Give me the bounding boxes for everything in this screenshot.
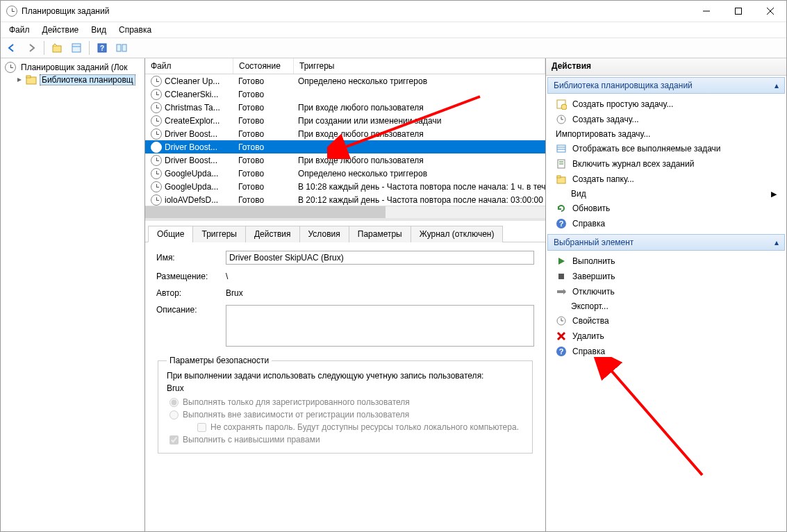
action-отображать-все-выполняемые-задачи[interactable]: Отображать все выполняемые задачи <box>547 141 785 156</box>
action-label: Включить журнал всех заданий <box>572 159 694 169</box>
check-highest-label: Выполнить с наивысшими правами <box>183 435 320 444</box>
action-label: Удалить <box>572 331 604 341</box>
author-label: Автор: <box>156 288 226 298</box>
menu-help[interactable]: Справка <box>113 24 157 36</box>
col-file[interactable]: Файл <box>145 58 233 74</box>
task-trigger: В 10:28 каждый день - Частота повтора по… <box>292 182 545 192</box>
collapse-icon: ▴ <box>774 81 779 90</box>
task-row[interactable]: Christmas Ta...ГотовоПри входе любого по… <box>145 101 545 114</box>
task-state: Готово <box>233 76 292 86</box>
action-отключить[interactable]: Отключить <box>547 284 785 299</box>
up-button[interactable] <box>49 40 65 56</box>
task-row[interactable]: Driver Boost...Готово <box>145 140 545 153</box>
svg-text:?: ? <box>559 219 564 228</box>
delete-icon <box>556 331 567 342</box>
task-trigger: Определено несколько триггеров <box>292 169 545 178</box>
close-button[interactable] <box>754 1 786 22</box>
task-name: ioloAVDefsD... <box>165 195 218 205</box>
tab-actions[interactable]: Действия <box>245 226 300 242</box>
col-state[interactable]: Состояние <box>233 58 294 74</box>
list-body[interactable]: CCleaner Up...ГотовоОпределено несколько… <box>145 74 545 206</box>
actions-section-selected[interactable]: Выбранный элемент ▴ <box>547 234 785 251</box>
security-fieldset: Параметры безопасности При выполнении за… <box>158 356 533 454</box>
action-вид[interactable]: Вид▶ <box>547 187 785 201</box>
task-icon <box>151 128 162 140</box>
refresh-icon <box>556 203 567 214</box>
props-icon <box>556 315 567 326</box>
description-field[interactable] <box>226 305 534 347</box>
tree-library-node[interactable]: Библиотека планировщ <box>2 74 143 86</box>
action-label: Завершить <box>572 272 615 281</box>
tabs: Общие Триггеры Действия Условия Параметр… <box>145 221 545 242</box>
action-импортировать-задачу-[interactable]: Импортировать задачу... <box>547 127 785 141</box>
menu-file[interactable]: Файл <box>3 24 35 36</box>
action-label: Экспорт... <box>571 301 608 311</box>
tree-pane: Планировщик заданий (Лок Библиотека план… <box>1 58 145 531</box>
name-field[interactable] <box>226 251 534 265</box>
submenu-arrow-icon: ▶ <box>771 190 777 199</box>
action-выполнить[interactable]: Выполнить <box>547 253 785 269</box>
action-завершить[interactable]: Завершить <box>547 269 785 284</box>
task-row[interactable]: CCleanerSki...Готово <box>145 88 545 101</box>
tree-root-label: Планировщик заданий (Лок <box>19 63 130 72</box>
horizontal-scrollbar[interactable] <box>145 206 545 218</box>
svg-text:?: ? <box>100 44 104 52</box>
app-icon <box>6 6 17 17</box>
task-trigger: При входе любого пользователя <box>292 103 545 113</box>
show-hide-button[interactable] <box>113 40 130 56</box>
tab-history[interactable]: Журнал (отключен) <box>411 226 504 242</box>
action-экспорт-[interactable]: Экспорт... <box>547 299 785 313</box>
menu-view[interactable]: Вид <box>85 24 112 36</box>
radio-any <box>169 410 179 419</box>
task-trigger: При входе любого пользователя <box>292 156 545 165</box>
properties-button[interactable] <box>68 40 85 56</box>
description-label: Описание: <box>156 305 226 315</box>
actions-library-list: Создать простую задачу...Создать задачу.… <box>546 95 786 233</box>
task-scheduler-window: Планировщик заданий Файл Действие Вид Сп… <box>0 0 787 532</box>
task-state: Готово <box>233 142 292 152</box>
action-удалить[interactable]: Удалить <box>547 329 785 344</box>
play-icon <box>556 256 567 267</box>
col-trigger[interactable]: Триггеры <box>294 58 545 74</box>
action-обновить[interactable]: Обновить <box>547 201 785 216</box>
list-header: Файл Состояние Триггеры <box>145 58 545 74</box>
window-controls <box>690 1 786 22</box>
menu-action[interactable]: Действие <box>37 24 85 36</box>
action-включить-журнал-всех-заданий[interactable]: Включить журнал всех заданий <box>547 156 785 172</box>
action-справка[interactable]: ?Справка <box>547 344 785 359</box>
task-row[interactable]: ioloAVDefsD...ГотовоВ 20:12 каждый день … <box>145 193 545 206</box>
svg-rect-1 <box>736 8 742 15</box>
tab-triggers[interactable]: Триггеры <box>192 226 246 242</box>
back-button[interactable] <box>3 40 20 56</box>
task-trigger: Определено несколько триггеров <box>292 76 545 86</box>
check-no-password <box>197 423 206 432</box>
action-создать-папку-[interactable]: Создать папку... <box>547 172 785 187</box>
action-справка[interactable]: ?Справка <box>547 216 785 231</box>
task-row[interactable]: Driver Boost...ГотовоПри входе любого по… <box>145 153 545 167</box>
svg-rect-9 <box>117 44 121 51</box>
maximize-button[interactable] <box>722 1 754 22</box>
task-state: Готово <box>233 116 292 126</box>
task-row[interactable]: GoogleUpda...ГотовоОпределено несколько … <box>145 167 545 180</box>
minimize-button[interactable] <box>690 1 722 22</box>
actions-section-library[interactable]: Библиотека планировщика заданий ▴ <box>547 77 785 94</box>
help-icon: ? <box>556 218 567 229</box>
action-создать-простую-задачу-[interactable]: Создать простую задачу... <box>547 97 785 112</box>
action-свойства[interactable]: Свойства <box>547 313 785 329</box>
task-row[interactable]: CreateExplor...ГотовоПри создании или из… <box>145 114 545 127</box>
forward-button[interactable] <box>23 40 40 56</box>
tree-root-node[interactable]: Планировщик заданий (Лок <box>2 61 143 74</box>
svg-rect-5 <box>72 44 81 52</box>
disable-icon <box>556 286 567 297</box>
tab-conditions[interactable]: Условия <box>299 226 349 242</box>
action-label: Справка <box>572 219 605 228</box>
tab-settings[interactable]: Параметры <box>349 226 411 242</box>
task-row[interactable]: Driver Boost...ГотовоПри входе любого по… <box>145 127 545 140</box>
name-label: Имя: <box>156 253 226 263</box>
task-row[interactable]: GoogleUpda...ГотовоВ 10:28 каждый день -… <box>145 180 545 193</box>
help-button[interactable]: ? <box>94 40 110 56</box>
action-создать-задачу-[interactable]: Создать задачу... <box>547 112 785 127</box>
task-row[interactable]: CCleaner Up...ГотовоОпределено несколько… <box>145 74 545 88</box>
folder-icon <box>26 75 37 85</box>
tab-general[interactable]: Общие <box>148 226 193 242</box>
